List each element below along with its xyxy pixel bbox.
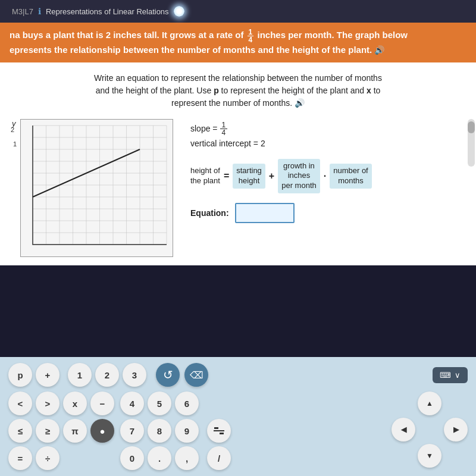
scroll-indicator[interactable] [468,119,475,167]
kb-btn-gt[interactable]: > [36,392,60,415]
kb-special-row2: / [207,446,231,470]
kb-spacer [207,392,231,415]
eq-months-line2: months [333,176,368,186]
kb-left-cols: < > x − ≤ ≥ π ● = ÷ [8,392,114,470]
instruction-line3: represent the number of months. [171,98,292,108]
main-content: Write an equation to represent the relat… [0,62,476,265]
keyboard-icon: ⌨ [440,371,451,380]
kb-btn-2[interactable]: 2 [95,363,119,387]
eq-equals: = [224,171,229,181]
svg-rect-2 [220,433,224,434]
graph-label-2: 2 [11,126,14,133]
kb-btn-plus[interactable]: + [36,363,60,387]
equation-row: Equation: [190,203,464,223]
info-panel: slope = 1 4 vertical intercept = 2 heigh… [190,119,464,224]
kb-undo-backspace: ↺ ⌫ [156,363,208,387]
kb-main: < > x − ≤ ≥ π ● = ÷ 4 5 6 [8,392,468,470]
kb-btn-p[interactable]: p [8,363,32,387]
keyboard-top-row: p + 1 2 3 ↺ ⌫ ⌨ ∨ [8,363,468,387]
glow-indicator [174,6,184,17]
kb-btn-0[interactable]: 0 [120,446,144,470]
banner-fraction: 1 4 [248,29,254,43]
slope-line: slope = 1 4 [190,121,464,136]
kb-btn-left[interactable]: ◀ [392,418,415,441]
kb-special: / [207,392,231,470]
eq-starting-line1: starting [236,166,262,176]
kb-btn-3[interactable]: 3 [123,363,146,387]
top-bar-left: M3|L7 ℹ Representations of Linear Relati… [12,6,184,17]
kb-btn-right[interactable]: ▶ [444,418,468,441]
equation-input[interactable] [235,203,295,223]
eq-term-height: height of the plant [190,166,220,186]
top-bar-title: Representations of Linear Relations [46,7,169,16]
kb-numpad-cols: 4 5 6 7 8 9 0 . , [120,392,199,470]
sound-btn-banner[interactable]: 🔊 [374,45,384,57]
kb-numpad-row1: 1 2 3 [68,363,146,387]
keyboard-area: p + 1 2 3 ↺ ⌫ ⌨ ∨ < > x − [0,357,476,476]
kb-btn-up[interactable]: ▲ [418,392,441,415]
kb-btn-le[interactable]: ≤ [8,419,32,443]
banner-text1: na buys a plant that is 2 inches tall. I… [10,30,246,40]
kb-btn-6[interactable]: 6 [175,392,199,415]
eq-height-line2: the plant [190,176,220,186]
eq-height-line1: height of [190,166,220,176]
graph-label-1: 1 [13,140,17,148]
kb-row4: = ÷ [8,446,114,470]
kb-numrow2: 4 5 6 [120,392,199,415]
slope-num: 1 [220,121,228,129]
instruction-line1: Write an equation to represent the relat… [94,73,382,83]
kb-btn-slash[interactable] [207,419,231,443]
kb-btn-5[interactable]: 5 [148,392,171,415]
eq-plus: + [269,171,274,181]
kb-btn-ge[interactable]: ≥ [36,419,60,443]
fraction-icon [213,425,225,437]
instruction-line2a: and the height of the plant. Use [96,86,212,95]
kb-numrow3: 7 8 9 [120,419,199,443]
kb-btn-eq[interactable]: = [8,446,32,470]
kb-row3: ≤ ≥ π ● [8,419,114,443]
intercept-line: vertical intercept = 2 [190,139,464,148]
kb-btn-x[interactable]: x [63,392,87,415]
top-bar: M3|L7 ℹ Representations of Linear Relati… [0,0,476,23]
kb-btn-minus[interactable]: − [90,392,114,415]
kb-btn-lt[interactable]: < [8,392,32,415]
sound-btn-instruction[interactable]: 🔊 [295,97,305,109]
chevron-down-icon: ∨ [455,371,461,380]
instruction-text: Write an equation to represent the relat… [12,72,464,109]
instruction-line2c: to [374,86,381,95]
kb-keyboard-toggle[interactable]: ⌨ ∨ [433,367,468,383]
info-icon[interactable]: ℹ [38,7,41,16]
eq-term-starting: starting height [233,164,265,189]
slope-den: 4 [220,129,228,136]
banner-text2: inches per month. The graph below [257,30,408,40]
graph-container: y 2 1 [12,119,178,257]
kb-btn-decimal[interactable]: . [148,446,171,470]
kb-btn-1[interactable]: 1 [68,363,92,387]
kb-btn-9[interactable]: 9 [175,419,199,443]
kb-btn-backspace[interactable]: ⌫ [184,363,208,387]
graph-canvas [20,119,173,257]
intercept-label: vertical intercept = 2 [190,139,265,148]
banner-text3: epresents the relationship between the n… [10,45,372,55]
kb-btn-pi[interactable]: π [63,419,87,443]
kb-btn-dot[interactable]: ● [90,419,114,443]
eq-starting-line2: height [236,176,262,186]
kb-btn-down[interactable]: ▼ [418,444,441,468]
kb-btn-comma[interactable]: , [175,446,199,470]
kb-btn-4[interactable]: 4 [120,392,144,415]
kb-btn-div[interactable]: ÷ [36,446,60,470]
instruction-line2b: to represent the height of the plant and [221,86,365,95]
kb-btn-8[interactable]: 8 [148,419,171,443]
scroll-thumb [468,121,475,133]
kb-toggle-area: ⌨ ∨ [433,367,468,383]
eq-growth-line1: growth in [281,161,317,171]
kb-row2: < > x − [8,392,114,415]
kb-left-symbols: p + [8,363,60,387]
kb-btn-slash2[interactable]: / [207,446,231,470]
p-var: p [214,86,219,95]
kb-btn-undo[interactable]: ↺ [156,363,180,387]
eq-term-months: number of months [330,164,372,189]
kb-btn-7[interactable]: 7 [120,419,144,443]
slope-label: slope = [190,124,218,133]
orange-banner: na buys a plant that is 2 inches tall. I… [0,23,476,62]
